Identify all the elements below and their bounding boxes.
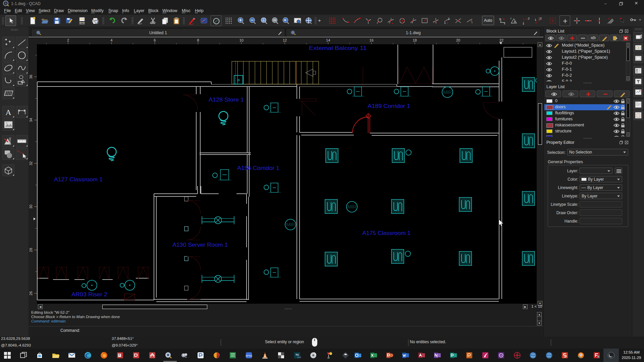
svg-text:A: A — [5, 108, 11, 117]
svg-text:4: 4 — [110, 38, 112, 42]
svg-text:28: 28 — [29, 248, 33, 252]
svg-text:8: 8 — [197, 38, 199, 42]
svg-text:26: 26 — [29, 291, 33, 295]
svg-text:AR03 Riser 2: AR03 Riser 2 — [71, 291, 107, 298]
svg-text:2020: 2020 — [297, 356, 301, 358]
svg-text:22: 22 — [499, 38, 503, 42]
svg-text:2: 2 — [67, 38, 69, 42]
svg-text:20: 20 — [456, 38, 460, 42]
svg-text:34: 34 — [29, 118, 33, 122]
svg-text:A128 Store 1: A128 Store 1 — [209, 97, 244, 103]
svg-text:2: 2 — [528, 17, 530, 20]
svg-text:!: ! — [472, 21, 473, 24]
svg-text:32: 32 — [29, 161, 33, 165]
svg-text:1: 1 — [523, 22, 524, 25]
svg-text:36: 36 — [29, 75, 33, 79]
svg-text:2: 2 — [448, 17, 449, 20]
svg-text:6: 6 — [154, 38, 156, 42]
svg-text:External Balcony 11: External Balcony 11 — [309, 45, 367, 51]
svg-text:1: 1 — [444, 21, 446, 24]
svg-text:30: 30 — [29, 204, 33, 208]
svg-text:A189 Corridor 1: A189 Corridor 1 — [368, 103, 410, 109]
svg-text:A127 Classroom 1: A127 Classroom 1 — [54, 176, 103, 183]
svg-text:14: 14 — [326, 38, 330, 42]
svg-text:SPSS: SPSS — [246, 354, 252, 357]
svg-text:MIR: MIR — [286, 222, 295, 227]
svg-text:10: 10 — [239, 38, 244, 42]
svg-text:TFP: TFP — [531, 353, 535, 355]
svg-text:A156 Corridor 1: A156 Corridor 1 — [237, 165, 279, 171]
svg-text:r: r — [511, 17, 512, 20]
svg-text:W16: W16 — [531, 356, 535, 358]
svg-text:2: 2 — [540, 17, 542, 20]
svg-text:1: 1 — [535, 18, 536, 21]
svg-text:12: 12 — [283, 38, 287, 42]
svg-text:y: y — [499, 17, 501, 20]
svg-text:+: + — [150, 22, 151, 25]
svg-text:MIR: MIR — [347, 204, 357, 209]
svg-text:SVG: SVG — [79, 21, 85, 24]
svg-text:16: 16 — [369, 38, 373, 42]
svg-text:18: 18 — [413, 38, 417, 42]
svg-text:a: a — [514, 20, 516, 23]
svg-text:A175 Classroom 1: A175 Classroom 1 — [362, 230, 411, 236]
svg-text:P73: P73 — [547, 356, 551, 358]
svg-text:TFP: TFP — [547, 353, 551, 355]
svg-text:TC: TC — [296, 353, 299, 356]
svg-text:A130 Server Room 1: A130 Server Room 1 — [172, 242, 228, 248]
svg-text:MIR: MIR — [443, 89, 452, 95]
svg-text:x: x — [504, 22, 505, 25]
